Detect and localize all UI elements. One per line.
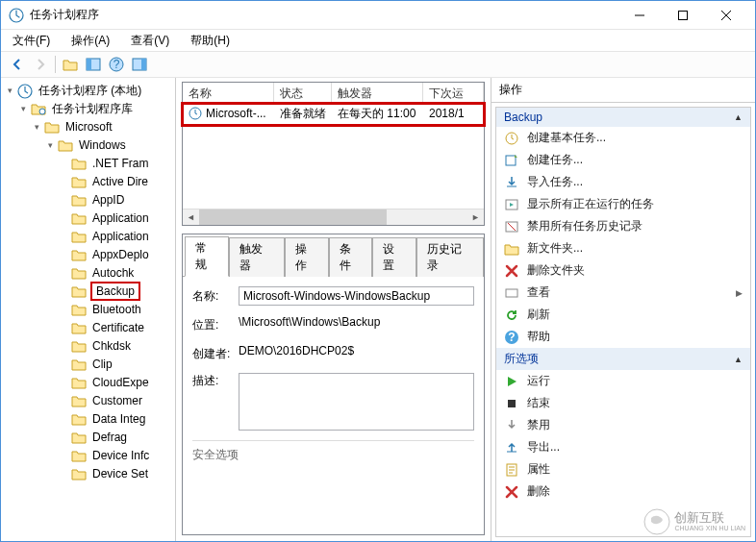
tab-history[interactable]: 历史记录 (416, 237, 484, 277)
folder-icon (71, 266, 87, 280)
action-history-off[interactable]: 禁用所有任务历史记录 (496, 215, 750, 237)
tree-item[interactable]: ▸Application (3, 228, 173, 245)
actions-section-backup[interactable]: Backup▲ (496, 108, 750, 127)
action-play[interactable]: 运行 (496, 370, 750, 392)
refresh-icon (504, 308, 519, 323)
actions-pane: 操作 Backup▲创建基本任务...创建任务...导入任务...显示所有正在运… (491, 78, 755, 541)
tree-root[interactable]: ▾任务计划程序 (本地) (3, 82, 173, 99)
tab-settings[interactable]: 设置 (372, 237, 416, 277)
action-refresh[interactable]: 刷新 (496, 304, 750, 326)
menu-file[interactable]: 文件(F) (7, 31, 56, 51)
close-button[interactable] (704, 2, 747, 29)
action-delete-x[interactable]: 删除文件夹 (496, 259, 750, 282)
collapse-icon[interactable]: ▲ (734, 355, 743, 364)
tree-item[interactable]: ▸Defrag (3, 429, 173, 446)
tree-item[interactable]: ▸Device Infc (3, 447, 173, 464)
tool-panel1-button[interactable] (83, 54, 104, 75)
tab-general[interactable]: 常规 (185, 236, 229, 277)
folder-icon (71, 303, 87, 316)
field-description[interactable] (239, 373, 474, 431)
col-next[interactable]: 下次运 (423, 83, 484, 103)
action-stop[interactable]: 结束 (496, 392, 750, 414)
col-status[interactable]: 状态 (274, 83, 332, 103)
svg-text:?: ? (113, 58, 120, 71)
tree-library[interactable]: ▾任务计划程序库 (3, 100, 173, 117)
svg-text:?: ? (508, 331, 515, 344)
col-trigger[interactable]: 触发器 (332, 83, 423, 103)
tool-folder-button[interactable] (60, 54, 81, 75)
col-name[interactable]: 名称 (183, 83, 274, 103)
tab-actions[interactable]: 操作 (285, 237, 329, 277)
tree-item[interactable]: ▸Active Dire (3, 173, 173, 190)
folder-icon (71, 412, 87, 426)
collapse-icon[interactable]: ▲ (734, 112, 743, 122)
menu-view[interactable]: 查看(V) (125, 31, 175, 51)
folder-icon (71, 157, 87, 170)
tree-item[interactable]: ▸CloudExpe (3, 374, 173, 391)
minimize-button[interactable] (617, 2, 661, 29)
svg-rect-3 (87, 59, 91, 70)
maximize-button[interactable] (661, 2, 704, 29)
field-name[interactable]: Microsoft-Windows-WindowsBackup (239, 286, 474, 306)
action-new-folder[interactable]: 新文件夹... (496, 237, 750, 259)
tree-item[interactable]: ▸Data Integ (3, 410, 173, 428)
folder-icon (71, 248, 87, 261)
tree-item[interactable]: ▸Chkdsk (3, 337, 173, 355)
clock-wizard-icon (504, 131, 519, 146)
action-new-task[interactable]: 创建任务... (496, 149, 750, 171)
task-next: 2018/1 (423, 105, 484, 122)
scroll-right-icon[interactable]: ► (467, 209, 484, 226)
action-running[interactable]: 显示所有正在运行的任务 (496, 193, 750, 215)
tool-panel2-button[interactable] (129, 54, 150, 75)
tree-item[interactable]: ▸Customer (3, 392, 173, 409)
task-list[interactable]: 名称 状态 触发器 下次运 Microsoft-... 准备就绪 在每天的 11… (182, 82, 485, 226)
task-list-scrollbar[interactable]: ◄ ► (183, 209, 484, 225)
center-pane: 名称 状态 触发器 下次运 Microsoft-... 准备就绪 在每天的 11… (176, 78, 491, 541)
action-export[interactable]: 导出... (496, 436, 750, 458)
actions-section-selected[interactable]: 所选项▲ (496, 348, 750, 370)
tab-conditions[interactable]: 条件 (329, 237, 373, 277)
svg-rect-12 (506, 156, 516, 165)
label-security: 安全选项 (192, 447, 239, 463)
task-name: Microsoft-... (206, 107, 266, 120)
tab-triggers[interactable]: 触发器 (229, 237, 285, 277)
action-delete-x[interactable]: 删除 (496, 480, 750, 503)
tree-item[interactable]: ▸Autochk (3, 264, 173, 282)
disable-icon (504, 418, 519, 433)
window-title: 任务计划程序 (30, 7, 99, 23)
tree-item[interactable]: ▸AppID (3, 191, 173, 209)
view-icon (504, 285, 519, 301)
action-help[interactable]: ?帮助 (496, 326, 750, 348)
scroll-left-icon[interactable]: ◄ (183, 209, 199, 226)
tree-item[interactable]: ▸Clip (3, 356, 173, 373)
action-import[interactable]: 导入任务... (496, 171, 750, 193)
action-view[interactable]: 查看▶ (496, 282, 750, 304)
nav-tree[interactable]: ▾任务计划程序 (本地)▾任务计划程序库▾Microsoft▾Windows▸.… (3, 82, 173, 482)
tree-item[interactable]: ▸Device Set (3, 465, 173, 482)
nav-back-button[interactable] (7, 54, 28, 75)
tree-item[interactable]: ▸AppxDeplo (3, 246, 173, 263)
folder-icon (71, 431, 87, 444)
new-folder-icon (504, 241, 519, 257)
tree-item[interactable]: ▸Application (3, 209, 173, 227)
clock-icon (17, 84, 33, 97)
svg-rect-18 (508, 400, 516, 407)
tree-item[interactable]: ▸Certificate (3, 319, 173, 336)
task-row[interactable]: Microsoft-... 准备就绪 在每天的 11:00 2018/1 (183, 104, 484, 123)
tree-item[interactable]: ▸Bluetooth (3, 301, 173, 318)
tree-windows[interactable]: ▾Windows (3, 136, 173, 154)
tree-item[interactable]: ▸Backup (3, 283, 173, 300)
folder-icon (71, 467, 87, 480)
folder-icon (71, 175, 87, 188)
app-icon (9, 8, 24, 23)
task-trigger: 在每天的 11:00 (332, 104, 423, 124)
action-clock-wizard[interactable]: 创建基本任务... (496, 127, 750, 149)
menu-action[interactable]: 操作(A) (65, 31, 115, 51)
nav-forward-button[interactable] (30, 54, 51, 75)
tree-item[interactable]: ▸.NET Fram (3, 155, 173, 172)
action-props[interactable]: 属性 (496, 458, 750, 480)
tool-help-button[interactable]: ? (106, 54, 127, 75)
tree-microsoft[interactable]: ▾Microsoft (3, 118, 173, 136)
action-disable[interactable]: 禁用 (496, 414, 750, 436)
menu-help[interactable]: 帮助(H) (185, 31, 236, 51)
